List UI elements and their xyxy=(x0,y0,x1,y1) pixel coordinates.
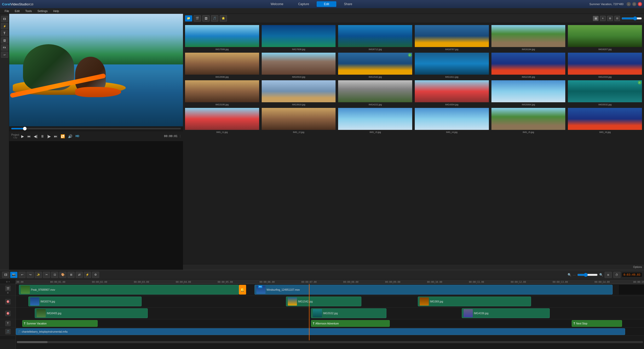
frame-back-button[interactable]: ◀| xyxy=(33,134,39,139)
tl-fx-btn[interactable]: ✨ xyxy=(35,272,42,278)
thumb-label-IMG5064: IMG5064.jpg xyxy=(491,103,566,106)
clip-text-afternoon[interactable]: T Afternoon Adventure xyxy=(311,320,389,327)
zoom-fit-btn[interactable]: ⊞ xyxy=(605,272,612,278)
media-tab-extras[interactable]: ⭐ xyxy=(220,15,227,21)
repeat-button[interactable]: 🔁 xyxy=(60,134,66,139)
tl-split-btn[interactable]: ✂ xyxy=(43,272,50,278)
nav-capture[interactable]: Capture xyxy=(291,1,316,7)
clip-img8374[interactable]: IMG8374.jpg xyxy=(28,297,141,306)
tl-swap-btn[interactable]: ⇄ xyxy=(76,272,83,278)
close-button[interactable]: ✕ xyxy=(638,2,642,6)
media-thumb-IMG1542[interactable]: ✓ IMG1542.jpg xyxy=(338,52,413,78)
timeline-tracks[interactable]: 00:00:00.00 00:00:01.00 00:00:02.00 00:0… xyxy=(16,279,644,349)
media-thumb-IMG3919[interactable]: IMG3919.jpg xyxy=(261,80,336,106)
clip-windsurf[interactable]: Windsurfing_124951107.mov xyxy=(255,285,613,295)
media-tab-audio[interactable]: 🎵 xyxy=(211,15,218,21)
h-scroll-thumb[interactable] xyxy=(17,341,48,343)
media-thumb-IMG9194[interactable]: IMG9194.jpg xyxy=(491,25,566,51)
scrubber-bar[interactable] xyxy=(11,128,181,129)
thumb-size-slider[interactable] xyxy=(622,16,642,20)
clip-img5532[interactable]: IMG5532.jpg xyxy=(311,308,386,318)
clip-img4336-label: IMG4336.jpg xyxy=(474,312,548,315)
menu-settings[interactable]: Settings xyxy=(35,9,50,13)
media-thumb-IMG_r1[interactable]: IMG_r1.jpg xyxy=(185,107,260,133)
timeline-scrollbar[interactable] xyxy=(16,340,644,344)
sidebar-fx-btn[interactable]: FX xyxy=(1,44,8,51)
view-large-btn[interactable]: ▦ xyxy=(593,16,599,21)
tl-redo-btn[interactable]: ↪ xyxy=(27,272,34,278)
clip-img369[interactable]: IMG369.jpg xyxy=(418,297,531,306)
ruler-mark-15: 00:00:15.00 xyxy=(633,281,644,283)
clip-img4336[interactable]: IMG4336.jpg xyxy=(462,308,550,318)
sidebar-track-btn[interactable]: ↩ xyxy=(1,52,8,58)
sidebar-media-btn[interactable]: 🎞 xyxy=(1,16,8,22)
track-icon-video: 🎬 xyxy=(5,286,11,291)
media-thumb-IMG4222[interactable]: IMG4222.jpg xyxy=(338,80,413,106)
media-thumb-IMG0919[interactable]: IMG0919.jpg xyxy=(261,52,336,78)
media-toolbar: 📁 🎬 🖼 🎵 ⭐ ▦ ≡ ⊞ ⊟ xyxy=(183,14,644,23)
tl-clock-btn[interactable]: ⏱ xyxy=(613,272,620,278)
clip-audio[interactable]: 🎵 chantellebarry_letsplayinstrumental.m4… xyxy=(16,328,625,335)
options-button[interactable]: Options xyxy=(633,266,642,268)
volume-button[interactable]: 🔊 xyxy=(67,134,73,139)
clip-text-summer[interactable]: T Summer Vacation xyxy=(22,320,98,327)
media-thumb-IMG8787[interactable]: IMG8787.jpg xyxy=(414,25,489,51)
media-thumb-IMG_r3[interactable]: IMG_r3.jpg xyxy=(338,107,413,133)
clip-img1542[interactable]: IMG1542.jpg xyxy=(286,297,361,306)
prev-frame-button[interactable]: ⏮ xyxy=(26,134,32,139)
play-button[interactable]: ▶ xyxy=(20,134,25,139)
media-thumb-IMG_r4[interactable]: IMG_r4.jpg xyxy=(414,107,489,133)
pause-button[interactable]: ⏸ xyxy=(40,134,45,139)
media-thumb-IMG7608[interactable]: IMG7608.jpg xyxy=(261,25,336,51)
tl-clip-btn[interactable]: 🎞 xyxy=(2,272,9,278)
menu-tools[interactable]: Tools xyxy=(23,9,34,13)
media-tab-video[interactable]: 🎬 xyxy=(194,15,201,21)
sort-btn[interactable]: ⊟ xyxy=(614,16,620,21)
tl-trim-btn[interactable]: ⊡ xyxy=(51,272,58,278)
media-thumb-IMG1611[interactable]: IMG1611.jpg xyxy=(414,52,489,78)
sidebar-graphics-btn[interactable]: 🖼 xyxy=(1,37,8,43)
media-thumb-IMG_r6[interactable]: IMG_r6.jpg xyxy=(567,107,642,133)
nav-edit[interactable]: Edit xyxy=(317,1,336,7)
clip-text-nextstop[interactable]: T Next Stop xyxy=(572,320,622,327)
media-thumb-IMG2195[interactable]: IMG2195.jpg xyxy=(491,52,566,78)
menu-edit[interactable]: Edit xyxy=(12,9,22,13)
sidebar-instant-btn[interactable]: ⚡ xyxy=(1,23,8,29)
view-list-btn[interactable]: ≡ xyxy=(600,16,606,21)
media-thumb-IMG8712[interactable]: IMG8712.jpg xyxy=(338,25,413,51)
media-thumb-IMG2333[interactable]: IMG2333.jpg xyxy=(567,52,642,78)
media-thumb-IMG7599[interactable]: IMG7599.jpg xyxy=(185,25,260,51)
media-thumb-IMG4304[interactable]: IMG4304.jpg xyxy=(414,80,489,106)
tl-auto-btn[interactable]: ⚡ xyxy=(84,272,91,278)
scrubber-thumb[interactable] xyxy=(23,127,27,130)
h-scrollbar[interactable] xyxy=(17,341,643,343)
media-tab-folder[interactable]: 📁 xyxy=(185,15,192,21)
media-thumb-IMG3195[interactable]: IMG3195.jpg xyxy=(185,80,260,106)
menu-file[interactable]: File xyxy=(2,9,12,13)
view-grid-btn[interactable]: ⊞ xyxy=(607,16,613,21)
media-thumb-IMG3596[interactable]: IMG3596.jpg xyxy=(185,52,260,78)
tl-settings-btn[interactable]: ⚙ xyxy=(92,272,99,278)
media-thumb-IMG9207[interactable]: IMG9207.jpg xyxy=(567,25,642,51)
nav-share[interactable]: Share xyxy=(337,1,359,7)
sidebar-text-btn[interactable]: T xyxy=(1,30,8,36)
minimize-button[interactable]: − xyxy=(627,2,631,6)
zoom-slider[interactable] xyxy=(577,273,598,277)
media-thumb-IMG_r5[interactable]: IMG_r5.jpg xyxy=(491,107,566,133)
tl-multi-btn[interactable]: ⊞ xyxy=(67,272,75,278)
nav-welcome[interactable]: Welcome xyxy=(263,1,291,7)
clip-img8405[interactable]: IMG8405.jpg xyxy=(35,308,148,318)
media-thumb-IMG5532[interactable]: ✓ IMG5532.jpg xyxy=(567,80,642,106)
next-frame-button[interactable]: ⏭ xyxy=(53,134,59,139)
tl-color-btn[interactable]: 🎨 xyxy=(59,272,66,278)
tl-undo-btn[interactable]: ↩ xyxy=(18,272,26,278)
media-thumb-IMG5064[interactable]: IMG5064.jpg xyxy=(491,80,566,106)
media-thumb-IMG_r2[interactable]: IMG_r2.jpg xyxy=(261,107,336,133)
maximize-button[interactable]: □ xyxy=(632,2,636,6)
preview-scrubber[interactable] xyxy=(9,126,183,131)
menu-help[interactable]: Help xyxy=(51,9,62,13)
clip-peak[interactable]: Peak_97688907.mov xyxy=(19,285,239,295)
frame-fwd-button[interactable]: |▶ xyxy=(46,134,52,139)
tl-photo-btn[interactable]: 📷 xyxy=(10,272,17,278)
media-tab-photo[interactable]: 🖼 xyxy=(202,15,210,21)
